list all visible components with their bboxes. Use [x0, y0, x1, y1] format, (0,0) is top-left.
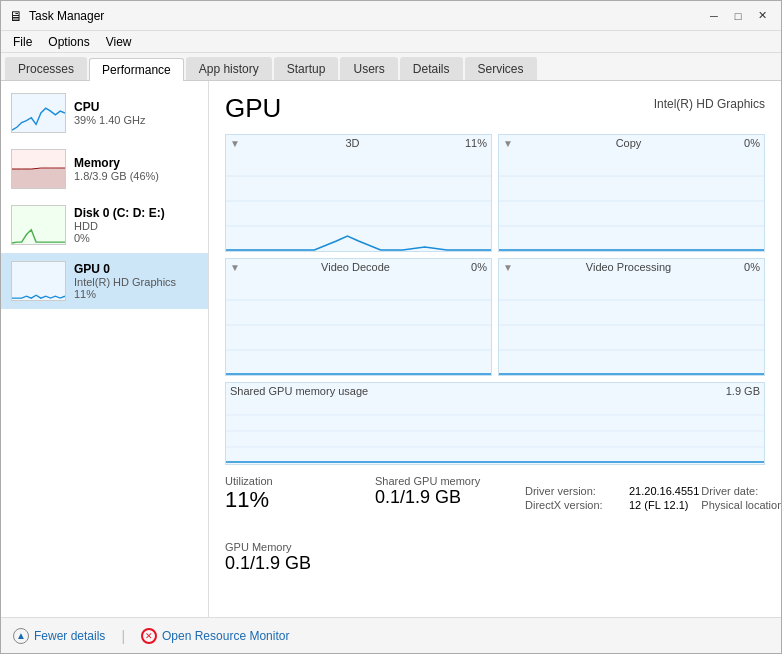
sidebar-item-memory[interactable]: Memory 1.8/3.9 GB (46%): [1, 141, 208, 197]
svg-rect-3: [12, 206, 65, 244]
chart-shared-gpu-memory: Shared GPU memory usage 1.9 GB: [225, 382, 765, 465]
shared-gpu-memory-label: Shared GPU memory: [375, 475, 495, 487]
physical-location-key: Physical location:: [701, 499, 781, 535]
sidebar-item-gpu[interactable]: GPU 0 Intel(R) HD Graphics 11%: [1, 253, 208, 309]
chart-3d: ▼ 3D 11%: [225, 134, 492, 252]
footer: ▲ Fewer details | ✕ Open Resource Monito…: [1, 617, 781, 653]
sidebar-item-cpu[interactable]: CPU 39% 1.40 GHz: [1, 85, 208, 141]
chart-3d-label-row: ▼ 3D 11%: [226, 135, 491, 151]
chart-video-processing-label-row: ▼ Video Processing 0%: [499, 259, 764, 275]
gpu-memory-value: 0.1/1.9 GB: [225, 553, 765, 574]
memory-sparkline: [11, 149, 66, 189]
tab-performance[interactable]: Performance: [89, 58, 184, 81]
cpu-sub: 39% 1.40 GHz: [74, 114, 198, 126]
gpu-sub2: 11%: [74, 288, 198, 300]
stat-shared-gpu: Shared GPU memory 0.1/1.9 GB: [375, 475, 495, 535]
gpu-sparkline: [11, 261, 66, 301]
tab-users[interactable]: Users: [340, 57, 397, 80]
chart-copy-arrow: ▼: [503, 138, 513, 149]
shared-gpu-memory-value: 0.1/1.9 GB: [375, 487, 495, 508]
chart-video-decode-label-row: ▼ Video Decode 0%: [226, 259, 491, 275]
chart-video-processing-arrow: ▼: [503, 262, 513, 273]
close-button[interactable]: ✕: [751, 5, 773, 27]
window-title: Task Manager: [29, 9, 104, 23]
shared-gpu-label: Shared GPU memory usage: [230, 385, 368, 397]
footer-separator: |: [121, 628, 125, 644]
detail-title: GPU: [225, 93, 281, 124]
stat-utilization: Utilization 11%: [225, 475, 345, 535]
tab-services[interactable]: Services: [465, 57, 537, 80]
gpu-sub1: Intel(R) HD Graphics: [74, 276, 198, 288]
svg-rect-4: [12, 262, 65, 300]
driver-date-pair: Driver date: 11/18/2016: [701, 485, 781, 497]
memory-sub: 1.8/3.9 GB (46%): [74, 170, 198, 182]
menu-bar: File Options View: [1, 31, 781, 53]
chart-copy-area: [499, 151, 764, 251]
tab-details[interactable]: Details: [400, 57, 463, 80]
disk-sub2: 0%: [74, 232, 198, 244]
tab-startup[interactable]: Startup: [274, 57, 339, 80]
driver-date-key: Driver date:: [701, 485, 781, 497]
cpu-sparkline: [11, 93, 66, 133]
disk-sparkline: [11, 205, 66, 245]
detail-header: GPU Intel(R) HD Graphics: [225, 93, 765, 124]
detail-pane: GPU Intel(R) HD Graphics ▼ 3D 11%: [209, 81, 781, 617]
chart-copy-label: Copy: [616, 137, 642, 149]
shared-gpu-value: 1.9 GB: [726, 385, 760, 397]
menu-file[interactable]: File: [5, 33, 40, 51]
chart-3d-label: 3D: [345, 137, 359, 149]
driver-version-key: Driver version:: [525, 485, 625, 497]
title-bar-left: 🖥 Task Manager: [9, 8, 104, 24]
sidebar: CPU 39% 1.40 GHz Memory 1.8/3.9 GB (46%): [1, 81, 209, 617]
chart-shared-gpu-label-row: Shared GPU memory usage 1.9 GB: [226, 383, 764, 399]
physical-location-pair: Physical location: PCI bus 0, device 2, …: [701, 499, 781, 535]
shared-gpu-chart-area: [226, 399, 764, 464]
memory-info: Memory 1.8/3.9 GB (46%): [74, 156, 198, 182]
open-resource-monitor-button[interactable]: ✕ Open Resource Monitor: [141, 628, 289, 644]
menu-view[interactable]: View: [98, 33, 140, 51]
gpu-memory-label: GPU Memory: [225, 541, 765, 553]
task-manager-window: 🖥 Task Manager ─ □ ✕ File Options View P…: [0, 0, 782, 654]
title-bar: 🖥 Task Manager ─ □ ✕: [1, 1, 781, 31]
svg-rect-21: [226, 399, 764, 464]
chart-video-decode-label: Video Decode: [321, 261, 390, 273]
cpu-info: CPU 39% 1.40 GHz: [74, 100, 198, 126]
chart-video-processing: ▼ Video Processing 0%: [498, 258, 765, 376]
cpu-name: CPU: [74, 100, 198, 114]
gpu-memory-section: GPU Memory 0.1/1.9 GB: [225, 541, 765, 574]
app-icon: 🖥: [9, 8, 23, 24]
detail-subtitle: Intel(R) HD Graphics: [654, 97, 765, 111]
main-content: CPU 39% 1.40 GHz Memory 1.8/3.9 GB (46%): [1, 81, 781, 617]
fewer-details-button[interactable]: ▲ Fewer details: [13, 628, 105, 644]
chart-copy-label-row: ▼ Copy 0%: [499, 135, 764, 151]
chart-video-decode: ▼ Video Decode 0%: [225, 258, 492, 376]
stats-row: Utilization 11% Shared GPU memory 0.1/1.…: [225, 475, 765, 535]
memory-name: Memory: [74, 156, 198, 170]
disk-info: Disk 0 (C: D: E:) HDD 0%: [74, 206, 198, 244]
sidebar-item-disk[interactable]: Disk 0 (C: D: E:) HDD 0%: [1, 197, 208, 253]
chart-copy: ▼ Copy 0%: [498, 134, 765, 252]
chart-copy-percent: 0%: [744, 137, 760, 149]
title-bar-controls: ─ □ ✕: [703, 5, 773, 27]
minimize-button[interactable]: ─: [703, 5, 725, 27]
tab-app-history[interactable]: App history: [186, 57, 272, 80]
chart-3d-area: [226, 151, 491, 251]
tab-processes[interactable]: Processes: [5, 57, 87, 80]
directx-key: DirectX version:: [525, 499, 625, 535]
charts-grid: ▼ 3D 11%: [225, 134, 765, 376]
driver-version-pair: Driver version: 21.20.16.4551: [525, 485, 699, 497]
fewer-details-icon: ▲: [13, 628, 29, 644]
maximize-button[interactable]: □: [727, 5, 749, 27]
driver-info-grid: Driver version: 21.20.16.4551 Driver dat…: [525, 485, 765, 535]
gpu-info: GPU 0 Intel(R) HD Graphics 11%: [74, 262, 198, 300]
chart-video-processing-label: Video Processing: [586, 261, 671, 273]
chart-video-decode-percent: 0%: [471, 261, 487, 273]
svg-rect-2: [12, 169, 65, 188]
menu-options[interactable]: Options: [40, 33, 97, 51]
chart-3d-percent: 11%: [465, 137, 487, 149]
resource-monitor-label: Open Resource Monitor: [162, 629, 289, 643]
chart-video-processing-percent: 0%: [744, 261, 760, 273]
chart-video-decode-arrow: ▼: [230, 262, 240, 273]
stat-driver-info: Driver version: 21.20.16.4551 Driver dat…: [525, 475, 765, 535]
fewer-details-label: Fewer details: [34, 629, 105, 643]
